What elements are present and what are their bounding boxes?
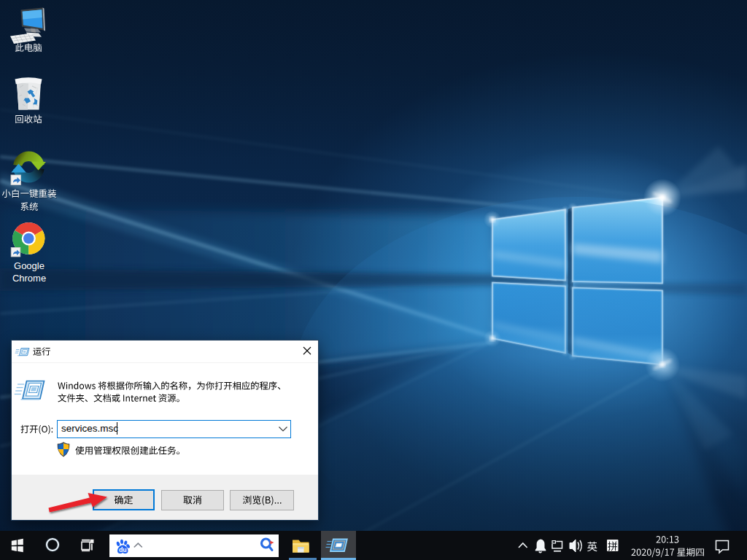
svg-text:du: du [119, 546, 127, 553]
